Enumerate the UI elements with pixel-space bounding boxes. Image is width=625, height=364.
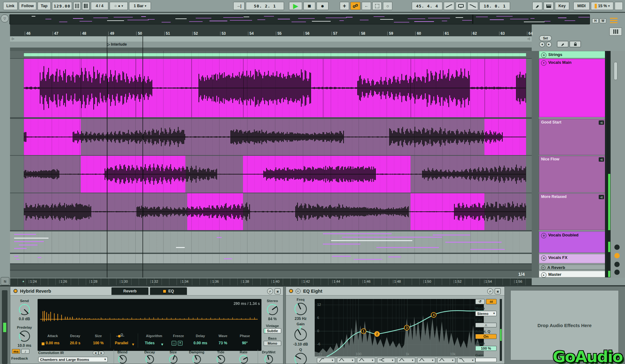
draw-mode-button[interactable] (532, 2, 542, 10)
band6-filter-type-dropdown[interactable]: ▾ (417, 358, 435, 363)
size-knob[interactable] (168, 354, 178, 364)
band8-filter-type-dropdown[interactable]: ▾ (457, 358, 475, 363)
track-header-strings[interactable]: ⊙Strings (539, 51, 606, 58)
tap-tempo-button[interactable]: Tap (38, 2, 51, 10)
q-knob[interactable] (294, 352, 307, 364)
predelay-knob[interactable] (18, 330, 31, 344)
analyze-button[interactable]: ılıl (486, 299, 497, 304)
track-lane-a-reverb[interactable] (10, 265, 532, 270)
back-to-arrangement-button[interactable]: ← (362, 2, 371, 10)
track-lane-master[interactable] (10, 271, 532, 277)
fold-arrangement-icon[interactable]: ▽ (1, 14, 9, 23)
attack-value[interactable]: 0.00 ms (46, 341, 59, 345)
track-lane-strings[interactable] (10, 51, 532, 58)
draw-automation-button[interactable] (557, 41, 568, 47)
follow-button[interactable]: Follow (19, 2, 36, 10)
arrangement-position-display[interactable]: 50. 2. 1 (246, 2, 284, 10)
freq-value[interactable]: 235 Hz (295, 316, 307, 321)
overview-width-button[interactable]: W (600, 18, 606, 23)
edit-ab-button[interactable]: A (475, 323, 497, 327)
time-ruler[interactable]: ▲ 1:241:261:281:301:321:341:361:381:401:… (10, 278, 532, 285)
stereo-knob[interactable] (266, 303, 279, 317)
blend-knob[interactable] (117, 354, 127, 364)
take-header-nice-flow[interactable]: Nice Flow ◁ (539, 156, 606, 193)
loop-start-icon[interactable]: ▷ (12, 37, 14, 40)
audition-speaker-icon[interactable]: ◁ (599, 157, 604, 162)
loop-end-icon[interactable]: ◁ (527, 37, 530, 40)
tempo-nudge-up-icon[interactable] (82, 2, 90, 10)
predelay-value[interactable]: 10.0 ms (18, 343, 31, 348)
ir-category-dropdown[interactable]: Chambers and Large Rooms▾ (38, 357, 108, 362)
fold-device-icon[interactable]: ▸ (296, 289, 301, 294)
send-knob[interactable] (18, 303, 31, 317)
quantize-menu[interactable]: 1 Bar▾ (129, 2, 151, 10)
drywet-knob[interactable] (264, 354, 274, 364)
band2-filter-type-dropdown[interactable]: ▾ (337, 358, 355, 363)
send-value[interactable]: 0.0 dB (19, 317, 30, 321)
algorithm-value[interactable]: Tides (145, 341, 154, 345)
track-header-vocals-main[interactable]: ▾Vocals Main (539, 59, 606, 117)
midi-map-button[interactable]: MIDI (573, 2, 590, 10)
delay-value[interactable]: 0.00 ms (194, 341, 207, 345)
ir-next-button[interactable]: ▶ (99, 351, 104, 355)
audition-button[interactable]: ↺ (475, 299, 485, 304)
locator-interlude[interactable]: ▷Interlude (107, 42, 127, 47)
link-button[interactable]: Link (3, 2, 18, 10)
follow-playhead-button[interactable]: →| (233, 2, 245, 10)
track-header-vocals-doubled[interactable]: ⊙Vocals Doubled (539, 231, 606, 253)
device-header[interactable]: ▸ EQ Eight (286, 287, 504, 296)
tempo-display[interactable]: 129.00 (52, 2, 72, 10)
optimize-view-icon[interactable]: ≈ (1, 277, 9, 285)
computer-midi-keyboard-button[interactable] (544, 2, 554, 10)
returns-toggle-button[interactable] (614, 253, 620, 258)
eq-gain-knob[interactable] (294, 328, 307, 343)
prev-locator-button[interactable]: ◀ (539, 42, 545, 47)
save-preset-icon[interactable]: ▣ (275, 288, 281, 294)
band7-filter-type-dropdown[interactable]: ▾ (437, 358, 455, 363)
ir-prev-button[interactable]: ◀ (93, 351, 98, 355)
freq-knob[interactable] (294, 302, 307, 317)
overdub-button[interactable] (350, 2, 360, 10)
parallel-routing-menu[interactable]: Parallel (115, 341, 128, 345)
time-signature-display[interactable]: 4 / 4 (91, 2, 108, 10)
audition-speaker-icon[interactable]: ◁ (599, 120, 604, 125)
tab-eq[interactable]: EQ (150, 287, 187, 295)
vintage-selector[interactable]: Subtle (264, 328, 281, 333)
selection-box-button[interactable] (372, 2, 382, 10)
key-map-button[interactable]: Key (555, 2, 569, 10)
band4-filter-type-dropdown[interactable]: ▾ (377, 358, 395, 363)
lock-envelopes-button[interactable] (570, 41, 581, 47)
freeze-in-button[interactable]: → (172, 341, 176, 346)
punch-length-display[interactable]: 18. 0. 1 (479, 2, 510, 10)
loop-brace[interactable]: ▷ ◁ (10, 36, 532, 42)
stereo-value[interactable]: 84 % (268, 317, 276, 321)
eq-enabled-checkbox[interactable] (163, 290, 166, 293)
mixer-sections-button[interactable] (609, 28, 622, 36)
punch-out-button[interactable] (467, 2, 478, 10)
take-lane-nice-flow[interactable] (10, 156, 532, 193)
vertical-scrollbar[interactable] (614, 62, 617, 80)
overview-height-button[interactable]: H (592, 18, 599, 23)
band5-filter-type-dropdown[interactable]: ▾ (397, 358, 415, 363)
tempo-nudge-down-icon[interactable] (73, 2, 81, 10)
punch-in-button[interactable] (444, 2, 454, 10)
device-on-led[interactable] (289, 289, 293, 293)
sends-toggle-button[interactable] (614, 270, 620, 275)
track-header-master[interactable]: ▸Master (539, 271, 606, 277)
io-toggle-button[interactable] (614, 245, 620, 250)
track-header-vocals-fx[interactable]: ⊙Vocals FX (539, 254, 606, 263)
record-button[interactable]: ● (317, 2, 328, 10)
audition-speaker-icon[interactable]: ◁ (599, 195, 604, 199)
new-button[interactable]: + (340, 2, 349, 10)
output-gain-value[interactable] (475, 358, 497, 362)
clip-strings[interactable] (24, 53, 526, 56)
bass-mono-selector[interactable]: Mono (264, 341, 281, 346)
rate-knob[interactable] (239, 354, 249, 364)
punch-position-display[interactable]: 45. 4. 4 (412, 2, 442, 10)
mode-dropdown[interactable]: Stereo▾ (475, 311, 497, 316)
band1-filter-type-dropdown[interactable]: ▾ (317, 358, 335, 363)
scale-value[interactable]: 100 % (475, 346, 497, 351)
freeze-button[interactable]: * (178, 341, 183, 346)
adapt-q-toggle[interactable]: On (475, 334, 497, 339)
sync-mode-button[interactable]: ♪ (21, 349, 29, 354)
